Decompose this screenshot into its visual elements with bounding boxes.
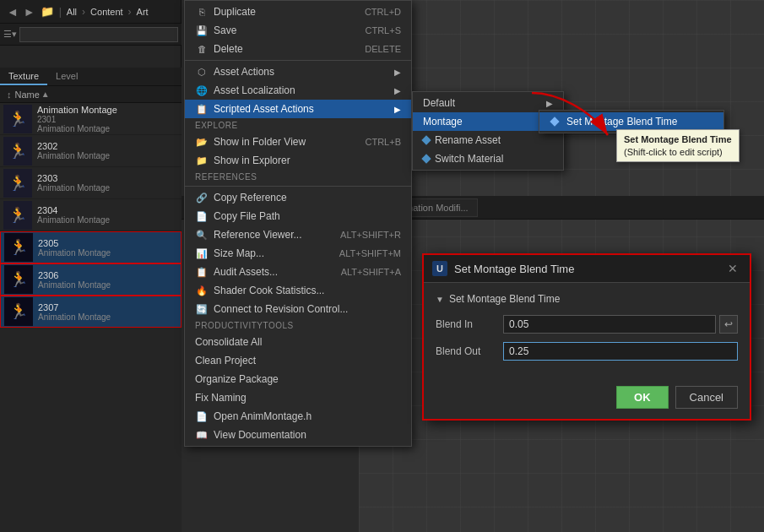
tooltip: Set Montage Blend Time (Shift-click to e… [616, 129, 740, 162]
search-input[interactable]: Search Montage [19, 27, 178, 42]
menu-item-delete[interactable]: 🗑 Delete DELETE [185, 40, 411, 58]
asset-item-selected[interactable]: 🏃 2305 Animation Montage [0, 231, 182, 263]
section-collapse-icon[interactable]: ▼ [436, 295, 444, 304]
menu-item-consolidate[interactable]: Consolidate All [185, 333, 411, 351]
show-folder-label: Show in Folder View [214, 136, 306, 148]
dialog-ue-icon: U [432, 261, 447, 276]
menu-item-scripted-asset-actions[interactable]: 📋 Scripted Asset Actions ▶ [185, 100, 411, 118]
name-header: ↕ Name ▲ [0, 86, 182, 103]
tab-texture[interactable]: Texture [0, 68, 47, 85]
menu-item-asset-localization[interactable]: 🌐 Asset Localization ▶ [185, 81, 411, 100]
menu-item-reference-viewer[interactable]: 🔍 Reference Viewer... ALT+SHIFT+R [185, 225, 411, 244]
cancel-button[interactable]: Cancel [675, 386, 738, 409]
submenu-item-switch-material[interactable]: Switch Material [413, 149, 563, 168]
ok-button[interactable]: OK [616, 386, 669, 409]
shader-icon: 🔥 [195, 284, 209, 297]
asset-thumb: 🏃 [3, 137, 32, 166]
section-productivity: PRODUCTIVITYTOOLS [185, 318, 411, 333]
menu-item-copy-reference[interactable]: 🔗 Copy Reference [185, 188, 411, 207]
menu-item-open-anim[interactable]: 📄 Open AnimMontage.h [185, 407, 411, 426]
rename-label: Rename Asset [435, 134, 501, 146]
asset-thumb: 🏃 [4, 233, 33, 262]
copy-reference-icon: 🔗 [195, 191, 209, 204]
breadcrumb-sep1: › [82, 6, 85, 18]
save-icon: 💾 [195, 24, 209, 37]
sub-submenu-item-blend-time[interactable]: Set Montage Blend Time [539, 112, 723, 131]
asset-name: 2307 [38, 302, 177, 312]
blend-out-input[interactable] [503, 342, 738, 361]
menu-item-show-explorer[interactable]: 📁 Show in Explorer [185, 151, 411, 170]
menu-item-audit-assets[interactable]: 📋 Audit Assets... ALT+SHIFT+A [185, 263, 411, 281]
asset-item-selected[interactable]: 🏃 2306 Animation Montage [0, 263, 182, 296]
menu-separator-ref [185, 186, 411, 187]
open-anim-label: Open AnimMontage.h [214, 410, 312, 422]
toolbar-icon-back[interactable]: ◄ [7, 5, 19, 19]
docs-icon: 📖 [195, 428, 209, 442]
asset-info: 2305 Animation Montage [38, 238, 177, 258]
asset-item-selected[interactable]: 🏃 2307 Animation Montage [0, 296, 182, 328]
asset-item[interactable]: 🏃 2302 Animation Montage [0, 135, 182, 167]
blend-time-label: Set Montage Blend Time [566, 116, 677, 128]
tab-bar: Texture Level [0, 68, 182, 86]
shader-label: Shader Cook Statistics... [214, 285, 324, 296]
audit-label: Audit Assets... [214, 266, 278, 278]
name-header-label: Name [15, 90, 40, 100]
menu-item-fix-naming[interactable]: Fix Naming [185, 388, 411, 407]
menu-item-shader-cook[interactable]: 🔥 Shader Cook Statistics... [185, 281, 411, 300]
breadcrumb-sep2: › [128, 6, 132, 18]
asset-name: 2306 [38, 270, 177, 280]
menu-item-organize[interactable]: Organize Package [185, 370, 411, 388]
filter-toggle-icon[interactable]: ☰▾ [3, 29, 17, 40]
blend-in-input[interactable] [503, 315, 716, 334]
menu-item-save[interactable]: 💾 Save CTRL+S [185, 21, 411, 40]
menu-item-connect-revision[interactable]: 🔄 Connect to Revision Control... [185, 300, 411, 318]
asset-name: 2303 [37, 173, 178, 183]
menu-item-show-folder[interactable]: 📂 Show in Folder View CTRL+B [185, 133, 411, 151]
copy-path-icon: 📄 [195, 209, 209, 223]
asset-item[interactable]: 🏃 2304 Animation Montage [0, 199, 182, 231]
left-panel: ◄ ► 📁 | All › Content › Art ☰▾ Search Mo… [0, 0, 182, 532]
blend-in-reset-button[interactable]: ↩ [719, 315, 738, 334]
dialog-title-left: U Set Montage Blend Time [432, 261, 574, 276]
breadcrumb-all[interactable]: All [67, 7, 77, 17]
duplicate-icon: ⎘ [195, 5, 209, 19]
filter-bar: ☰▾ Search Montage [0, 24, 182, 46]
name-sort-icon[interactable]: ▲ [41, 90, 50, 99]
dialog-body: ▼ Set Montage Blend Time Blend In ↩ Blen… [424, 283, 750, 379]
reference-viewer-label: Reference Viewer... [214, 229, 302, 241]
delete-shortcut: DELETE [365, 44, 401, 54]
asset-item[interactable]: 🏃 Animation Montage 2301 Animation Monta… [0, 103, 182, 135]
menu-item-duplicate[interactable]: ⎘ Duplicate CTRL+D [185, 3, 411, 21]
rename-icon [421, 135, 431, 144]
menu-item-size-map[interactable]: 📊 Size Map... ALT+SHIFT+M [185, 244, 411, 263]
copy-reference-label: Copy Reference [214, 192, 287, 204]
switch-material-label: Switch Material [435, 153, 503, 165]
dialog-close-button[interactable]: ✕ [724, 260, 741, 277]
revision-icon: 🔄 [195, 302, 209, 316]
asset-localization-icon: 🌐 [195, 84, 209, 97]
breadcrumb-art[interactable]: Art [137, 7, 149, 17]
context-menu: ⎘ Duplicate CTRL+D 💾 Save CTRL+S 🗑 Delet… [184, 0, 412, 447]
submenu-item-rename[interactable]: Rename Asset [413, 131, 563, 149]
asset-thumb: 🏃 [3, 169, 32, 198]
toolbar-separator: | [59, 6, 62, 18]
toolbar-icon-folder[interactable]: 📁 [41, 5, 54, 18]
asset-name: Animation Montage [37, 105, 178, 115]
asset-type: Animation Montage [37, 151, 178, 160]
revision-label: Connect to Revision Control... [214, 303, 348, 315]
breadcrumb-content[interactable]: Content [90, 7, 123, 17]
docs-label: View Documentation [214, 429, 306, 441]
asset-actions-label: Asset Actions [214, 66, 274, 78]
menu-item-view-docs[interactable]: 📖 View Documentation [185, 426, 411, 444]
menu-item-clean-project[interactable]: Clean Project [185, 351, 411, 370]
asset-type: Animation Montage [38, 280, 177, 290]
asset-info: 2304 Animation Montage [37, 205, 178, 225]
tab-level[interactable]: Level [47, 68, 86, 85]
menu-item-asset-actions[interactable]: ⬡ Asset Actions ▶ [185, 62, 411, 81]
size-map-icon: 📊 [195, 247, 209, 260]
toolbar-icon-forward[interactable]: ► [24, 5, 35, 19]
asset-item[interactable]: 🏃 2303 Animation Montage [0, 167, 182, 199]
size-map-label: Size Map... [214, 247, 264, 259]
asset-localization-label: Asset Localization [214, 84, 295, 96]
menu-item-copy-file-path[interactable]: 📄 Copy File Path [185, 207, 411, 225]
